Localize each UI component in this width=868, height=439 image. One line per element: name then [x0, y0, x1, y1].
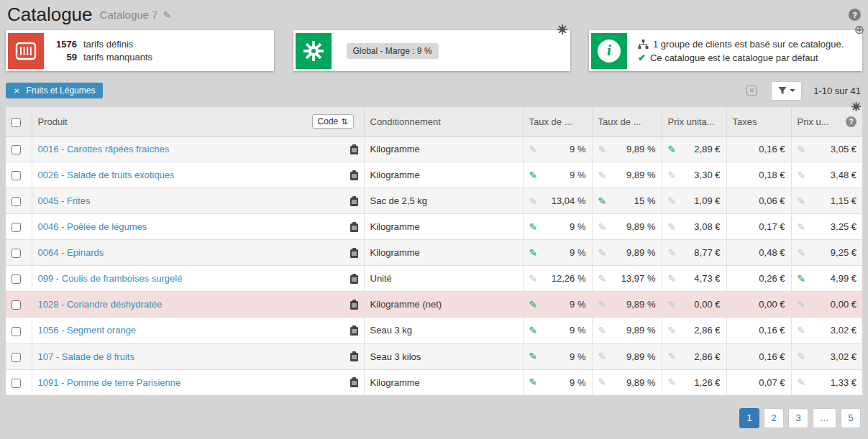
row-checkbox[interactable]: [12, 145, 21, 154]
page-button-1[interactable]: 1: [739, 408, 759, 428]
row-checkbox[interactable]: [12, 353, 21, 362]
edit-final-price-icon[interactable]: [798, 377, 806, 387]
product-link[interactable]: 0064 - Epinards: [38, 247, 104, 258]
unit-price-value: 4,73 €: [694, 273, 720, 284]
clipboard-icon[interactable]: [344, 351, 358, 361]
edit-rate1-icon[interactable]: [529, 222, 538, 232]
rate1-value: 9 %: [570, 377, 585, 388]
edit-final-price-icon[interactable]: [798, 170, 806, 180]
edit-rate2-icon[interactable]: [598, 144, 607, 154]
edit-rate1-icon[interactable]: [529, 377, 538, 387]
product-link[interactable]: 1056 - Segment orange: [38, 325, 137, 336]
edit-unit-price-icon[interactable]: [668, 248, 677, 258]
edit-rate2-icon[interactable]: [598, 248, 607, 258]
taxes-value: 0,17 €: [759, 221, 785, 232]
clipboard-icon[interactable]: [344, 222, 358, 232]
product-link[interactable]: 107 - Salade de 8 fruits: [38, 351, 134, 362]
edit-unit-price-icon[interactable]: [668, 222, 677, 232]
column-help-icon[interactable]: ?: [846, 116, 856, 127]
clipboard-icon[interactable]: [344, 300, 358, 310]
clipboard-icon[interactable]: [344, 144, 358, 154]
row-checkbox[interactable]: [12, 197, 21, 206]
edit-rate1-icon[interactable]: [529, 196, 538, 206]
margin-settings-gear-icon[interactable]: [557, 24, 568, 37]
edit-rate1-icon[interactable]: [529, 170, 538, 180]
taxes-value: 0,48 €: [759, 247, 785, 258]
clear-selection-icon[interactable]: [746, 86, 757, 96]
edit-rate2-icon[interactable]: [598, 170, 607, 180]
taxes-value: 0,16 €: [759, 144, 785, 154]
clipboard-icon[interactable]: [344, 325, 358, 336]
edit-rate2-icon[interactable]: [598, 377, 607, 387]
edit-unit-price-icon[interactable]: [668, 170, 677, 180]
page-button-3[interactable]: 3: [788, 408, 808, 428]
page-help-icon[interactable]: ?: [849, 9, 861, 21]
edit-final-price-icon[interactable]: [798, 196, 806, 206]
edit-rate2-icon[interactable]: [598, 325, 607, 336]
margin-card: Global - Marge : 9 %: [293, 30, 570, 71]
filter-chip-fruits-et-legumes[interactable]: Fruits et Légumes: [6, 83, 103, 98]
sort-by-code-button[interactable]: Code ⇅: [312, 114, 354, 129]
edit-rate1-icon[interactable]: [529, 144, 538, 154]
edit-unit-price-icon[interactable]: [668, 144, 677, 154]
clipboard-icon[interactable]: [344, 377, 358, 387]
page-button-5[interactable]: 5: [841, 408, 861, 428]
product-link[interactable]: 0016 - Carottes râpées fraîches: [38, 144, 170, 154]
product-link[interactable]: 0026 - Salade de fruits exotiques: [38, 170, 175, 180]
edit-rate2-icon[interactable]: [598, 351, 607, 361]
edit-final-price-icon[interactable]: [798, 351, 806, 361]
row-checkbox[interactable]: [12, 274, 21, 284]
row-checkbox[interactable]: [12, 171, 21, 180]
product-link[interactable]: 1091 - Pomme de terre Parisienne: [38, 377, 181, 388]
row-checkbox[interactable]: [12, 379, 21, 388]
product-link[interactable]: 0046 - Poêlée de légumes: [38, 221, 147, 232]
edit-rate1-icon[interactable]: [529, 248, 538, 258]
product-link[interactable]: 0045 - Frites: [38, 195, 91, 206]
rate2-value: 9,89 %: [626, 221, 655, 232]
edit-final-price-icon[interactable]: [798, 274, 806, 284]
packaging-label: Kilogramme: [370, 144, 420, 154]
table-row: 0045 - Frites Sac de 2,5 kg 13,: [6, 188, 862, 214]
edit-rate1-icon[interactable]: [529, 351, 538, 361]
page-ellipsis: …: [813, 408, 836, 428]
sitemap-icon: [638, 40, 649, 49]
row-checkbox[interactable]: [12, 223, 21, 232]
edit-rate1-icon[interactable]: [529, 300, 538, 310]
edit-catalogue-name-icon[interactable]: [163, 9, 171, 21]
column-header-taxes: Taxes: [726, 107, 791, 137]
edit-final-price-icon[interactable]: [798, 222, 806, 232]
select-all-checkbox[interactable]: [12, 118, 21, 127]
edit-final-price-icon[interactable]: [798, 300, 806, 310]
page-button-2[interactable]: 2: [764, 408, 784, 428]
edit-unit-price-icon[interactable]: [668, 325, 677, 336]
edit-rate2-icon[interactable]: [598, 196, 607, 206]
edit-rate2-icon[interactable]: [598, 300, 607, 310]
clipboard-icon[interactable]: [344, 274, 358, 284]
filter-dropdown-button[interactable]: [771, 81, 802, 101]
edit-rate2-icon[interactable]: [598, 222, 607, 232]
table-settings-gear-icon[interactable]: [851, 101, 862, 114]
row-checkbox[interactable]: [12, 249, 21, 258]
remove-filter-icon[interactable]: [14, 87, 19, 95]
edit-final-price-icon[interactable]: [798, 248, 806, 258]
product-link[interactable]: 1028 - Coriandre déshydratée: [38, 299, 163, 310]
column-header-unit-price: Prix unita...: [662, 107, 726, 137]
clipboard-icon[interactable]: [344, 196, 358, 206]
edit-rate1-icon[interactable]: [529, 274, 538, 284]
edit-unit-price-icon[interactable]: [668, 351, 677, 361]
rate2-value: 9,89 %: [626, 170, 655, 180]
edit-final-price-icon[interactable]: [798, 144, 806, 154]
edit-rate2-icon[interactable]: [598, 274, 607, 284]
clipboard-icon[interactable]: [344, 170, 358, 180]
row-checkbox[interactable]: [12, 300, 21, 310]
row-checkbox[interactable]: [12, 327, 21, 336]
clipboard-icon[interactable]: [344, 248, 358, 258]
edit-unit-price-icon[interactable]: [668, 377, 677, 387]
edit-unit-price-icon[interactable]: [668, 196, 677, 206]
edit-unit-price-icon[interactable]: [668, 274, 677, 284]
add-client-group-icon[interactable]: [854, 24, 864, 36]
edit-rate1-icon[interactable]: [529, 325, 538, 336]
edit-final-price-icon[interactable]: [798, 325, 806, 336]
product-link[interactable]: 099 - Coulis de framboises surgelé: [38, 273, 183, 284]
edit-unit-price-icon[interactable]: [668, 300, 677, 310]
